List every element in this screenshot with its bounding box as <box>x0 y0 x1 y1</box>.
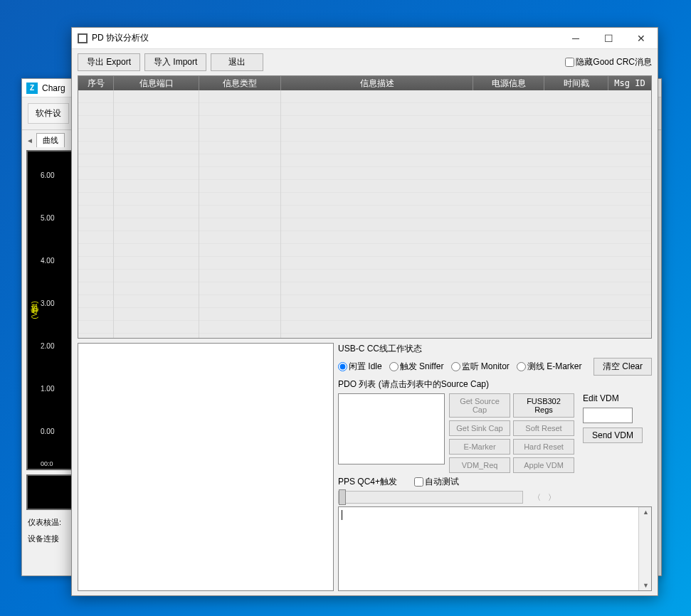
import-button[interactable]: 导入 Import <box>144 53 206 71</box>
pdo-listbox[interactable] <box>338 393 445 464</box>
cc-state-row: USB-C CC线工作状态 <box>338 343 652 355</box>
radio-emarker[interactable]: 测线 E-Marker <box>517 361 582 373</box>
radio-idle[interactable]: 闲置 Idle <box>338 361 382 373</box>
table-body[interactable] <box>78 90 651 338</box>
col-desc[interactable]: 信息描述 <box>281 76 473 90</box>
get-sink-cap-button[interactable]: Get Sink Cap <box>449 420 510 436</box>
bg-ytick: 6.00 <box>41 171 54 179</box>
pps-decrement-icon[interactable]: 〈 <box>533 492 541 503</box>
radio-sniffer[interactable]: 触发 Sniffer <box>389 361 444 373</box>
log-textarea[interactable]: ▲ ▼ <box>338 506 652 591</box>
close-button[interactable]: ✕ <box>625 28 658 49</box>
col-power[interactable]: 电源信息 <box>473 76 544 90</box>
exit-button[interactable]: 退出 <box>211 53 263 71</box>
bg-ytick: 2.00 <box>41 342 54 350</box>
app-icon <box>78 33 88 43</box>
autotest-checkbox-label[interactable]: 自动测试 <box>414 476 459 488</box>
autotest-checkbox[interactable] <box>414 477 423 487</box>
pps-slider[interactable] <box>338 491 523 504</box>
cc-radio-row: 闲置 Idle 触发 Sniffer 监听 Monitor 测线 E-Marke… <box>338 358 652 376</box>
soft-reset-button[interactable]: Soft Reset <box>513 420 574 436</box>
bg-title: Charg <box>42 83 65 93</box>
pps-slider-row: 〈 〉 <box>338 491 652 504</box>
bg-app-icon: Z <box>26 83 38 94</box>
bg-tab-curve[interactable]: 曲线 <box>36 133 65 147</box>
toolbar: 导出 Export 导入 Import 退出 隐藏Good CRC消息 <box>72 49 658 75</box>
scroll-down-icon[interactable]: ▼ <box>643 582 649 589</box>
pps-row: PPS QC4+触发 自动测试 <box>338 476 652 488</box>
radio-emarker-input[interactable] <box>517 362 526 371</box>
vdm-column: Edit VDM Send VDM <box>583 393 643 443</box>
message-table[interactable]: 序号 信息端口 信息类型 信息描述 电源信息 时间戳 Msg ID <box>78 75 652 339</box>
send-vdm-button[interactable]: Send VDM <box>583 428 643 443</box>
controls-column: USB-C CC线工作状态 闲置 Idle 触发 Sniffer 监听 Moni… <box>338 343 652 591</box>
titlebar[interactable]: PD 协议分析仪 ─ ☐ ✕ <box>72 28 658 49</box>
hide-crc-checkbox-label[interactable]: 隐藏Good CRC消息 <box>565 56 652 68</box>
maximize-button[interactable]: ☐ <box>592 28 625 49</box>
text-cursor <box>342 510 342 520</box>
autotest-text: 自动测试 <box>425 476 459 488</box>
e-marker-button[interactable]: E-Marker <box>449 439 510 455</box>
radio-sniffer-input[interactable] <box>389 362 399 371</box>
pps-section-label: PPS QC4+触发 <box>338 476 397 488</box>
pdo-action-grid: Get Source Cap FUSB302 Regs Get Sink Cap… <box>449 393 574 473</box>
pps-increment-icon[interactable]: 〉 <box>548 492 556 503</box>
radio-emarker-label: 测线 E-Marker <box>527 361 582 373</box>
col-port[interactable]: 信息端口 <box>114 76 199 90</box>
minimize-button[interactable]: ─ <box>559 28 592 49</box>
radio-monitor-input[interactable] <box>451 362 460 371</box>
cc-section-label: USB-C CC线工作状态 <box>338 343 422 355</box>
radio-monitor[interactable]: 监听 Monitor <box>451 361 510 373</box>
col-seq[interactable]: 序号 <box>78 76 114 90</box>
bg-tab-left-arrow-icon[interactable]: ◄ <box>26 137 33 144</box>
col-type[interactable]: 信息类型 <box>199 76 281 90</box>
hard-reset-button[interactable]: Hard Reset <box>513 439 574 455</box>
edit-vdm-label: Edit VDM <box>583 393 643 403</box>
radio-monitor-label: 监听 Monitor <box>462 361 510 373</box>
bg-settings-button[interactable]: 软件设 <box>28 103 69 124</box>
window-title: PD 协议分析仪 <box>92 32 149 44</box>
hide-crc-text: 隐藏Good CRC消息 <box>576 56 652 68</box>
scroll-up-icon[interactable]: ▲ <box>643 509 649 516</box>
lower-panel: USB-C CC线工作状态 闲置 Idle 触发 Sniffer 监听 Moni… <box>72 339 658 595</box>
pps-spinner: 〈 〉 <box>527 492 561 503</box>
get-source-cap-button[interactable]: Get Source Cap <box>449 393 510 418</box>
apple-vdm-button[interactable]: Apple VDM <box>513 457 574 473</box>
export-button[interactable]: 导出 Export <box>78 53 140 71</box>
bg-ytick: 3.00 <box>41 299 54 307</box>
pdo-section-label: PDO 列表 (请点击列表中的Source Cap) <box>338 378 652 391</box>
col-msgid[interactable]: Msg ID <box>608 76 651 90</box>
radio-idle-label: 闲置 Idle <box>349 361 382 373</box>
pdo-row: Get Source Cap FUSB302 Regs Get Sink Cap… <box>338 393 652 473</box>
radio-idle-input[interactable] <box>338 362 347 371</box>
bg-chart-ylabel: 伏特(Volt) <box>29 301 40 319</box>
vdm-input[interactable] <box>583 408 633 423</box>
hide-crc-checkbox[interactable] <box>565 58 574 67</box>
pps-slider-thumb[interactable] <box>339 489 346 505</box>
fusb302-regs-button[interactable]: FUSB302 Regs <box>513 393 574 418</box>
bg-xstart: 00:0 <box>41 460 53 467</box>
vdm-req-button[interactable]: VDM_Req <box>449 457 510 473</box>
col-time[interactable]: 时间戳 <box>544 76 608 90</box>
radio-sniffer-label: 触发 Sniffer <box>400 361 444 373</box>
bg-ytick: 0.00 <box>41 428 54 435</box>
bg-ytick: 5.00 <box>41 214 54 222</box>
cc-radio-group: 闲置 Idle 触发 Sniffer 监听 Monitor 测线 E-Marke… <box>338 361 582 373</box>
main-window: PD 协议分析仪 ─ ☐ ✕ 导出 Export 导入 Import 退出 隐藏… <box>71 27 658 596</box>
table-header: 序号 信息端口 信息类型 信息描述 电源信息 时间戳 Msg ID <box>78 76 651 90</box>
bg-ytick: 1.00 <box>41 385 54 393</box>
bg-ytick: 4.00 <box>41 257 54 265</box>
clear-button[interactable]: 清空 Clear <box>594 358 652 376</box>
detail-box[interactable] <box>78 343 334 591</box>
